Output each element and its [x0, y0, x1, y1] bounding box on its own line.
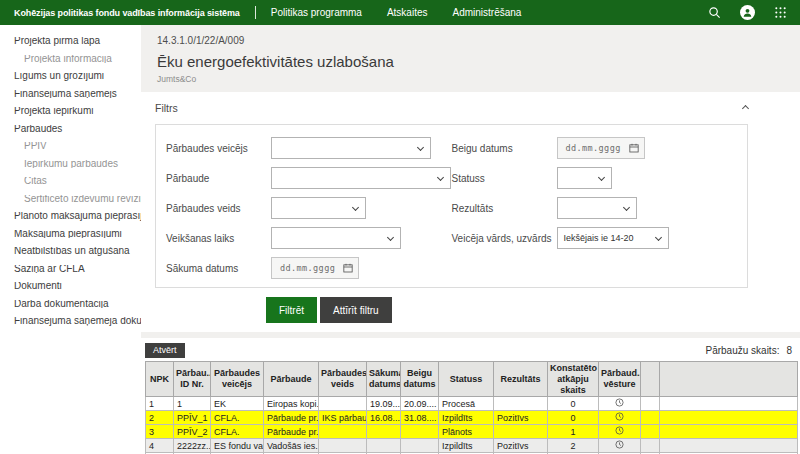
field-label: Sākuma datums [166, 263, 271, 274]
date-placeholder: dd.mm.gggg [566, 143, 629, 153]
select-p-rbaude[interactable] [271, 167, 451, 189]
results-section: Atvērt Pārbaužu skaits:8 NPKPārbau... ID… [141, 338, 800, 454]
table-row[interactable]: 3PPĪV_2CFLA.Pārbaude pr...Plānots1 [146, 425, 798, 439]
top-bar: Kohēzijas politikas fondu vadības inform… [0, 0, 800, 25]
cell-beigu-datums: 31.08.... [401, 411, 439, 425]
app-title: Kohēzijas politikas fondu vadības inform… [0, 8, 240, 18]
records-count: Pārbaužu skaits:8 [706, 345, 793, 356]
sidebar-item-pp-v[interactable]: PPĪV [0, 142, 141, 151]
table-row[interactable]: 2PPĪV_1CFLA.Pārbaude pr...IKS pārbaude16… [146, 411, 798, 425]
cell-s-kuma-datums [367, 425, 401, 439]
select-p-rbaudes-veids[interactable] [271, 197, 366, 219]
cell-p-rbaude: Eiropas kopi... [264, 397, 319, 411]
select-statuss[interactable] [557, 167, 612, 189]
nav-administr-ana[interactable]: Administrēšana [453, 7, 522, 18]
field-label: Pārbaudes veicējs [166, 143, 271, 154]
sidebar-item-projekta-iepirkumi[interactable]: Projekta iepirkumi [0, 107, 141, 116]
date-input-s-kuma-datums[interactable]: dd.mm.gggg [271, 257, 359, 279]
sidebar-item-darba-dokument-cija[interactable]: Darba dokumentācija [0, 300, 141, 309]
filter-apply-button[interactable]: Filtrēt [266, 297, 317, 323]
column-header-rezult-ts: Rezultāts [494, 362, 548, 397]
column-header-p-rbaudes-veic-js: Pārbaudes veicējs [211, 362, 264, 397]
open-button[interactable]: Atvērt [145, 343, 185, 358]
sidebar-item-iepirkumu-p-rbaudes[interactable]: Iepirkumu pārbaudes [0, 160, 141, 169]
sidebar-item-sertific-to-izdevumu-rev-zij[interactable]: Sertificēto izdevumu revīzija [0, 195, 141, 204]
select-value [278, 173, 281, 183]
history-icon[interactable] [615, 440, 624, 449]
calendar-icon [629, 143, 639, 153]
select-rezult-ts[interactable] [557, 197, 637, 219]
select-veic-ja-v-rds-uzv-rds[interactable]: Iekšējais ie 14-20 [557, 227, 669, 249]
select-p-rbaudes-veic-js[interactable] [271, 137, 431, 159]
nav-politikas-programma[interactable]: Politikas programma [271, 7, 362, 18]
date-input-beigu-datums[interactable]: dd.mm.gggg [557, 137, 645, 159]
field-label: Veikšanas laiks [166, 233, 271, 244]
select-value [278, 233, 281, 243]
records-count-label: Pārbaužu skaits: [706, 345, 780, 356]
history-icon[interactable] [615, 412, 624, 421]
cell-p-rbaudes-veids [319, 425, 367, 439]
field-label: Beigu datums [452, 143, 557, 154]
sidebar-item-projekta-pirm-lapa[interactable]: Projekta pirmā lapa [0, 37, 141, 46]
table-body: 11EKEiropas kopi...19.09....20.09....Pro… [146, 397, 798, 454]
project-number: 14.3.1.0/1/22/A/009 [157, 35, 784, 46]
cell-rezult-ts [494, 397, 548, 411]
filter-field-p-rbaudes-veic-js: Pārbaudes veicējs [166, 137, 452, 159]
cell-p-rbaudes-veids [319, 397, 367, 411]
cell-empty [660, 411, 798, 425]
cell-parbaud-vesture [599, 411, 641, 425]
cell-statuss: Plānots [439, 425, 494, 439]
page-title: Ēku energoefektivitātes uzlabošana [157, 53, 784, 70]
filter-field-p-rbaudes-veids: Pārbaudes veids [166, 197, 452, 219]
cell-p-rbaudes-veic-js: ES fondu va... [211, 439, 264, 453]
column-header-p-rbaudes-veids: Pārbaudes veids [319, 362, 367, 397]
column-header-empty [641, 362, 660, 397]
records-count-value: 8 [786, 345, 792, 356]
nav-atskaites[interactable]: Atskaites [387, 7, 428, 18]
cell-npk: 3 [146, 425, 174, 439]
cell-s-kuma-datums: 16.08.... [367, 411, 401, 425]
sidebar-item-dokumenti[interactable]: Dokumenti [0, 282, 141, 291]
history-icon[interactable] [615, 426, 624, 435]
select-value [278, 143, 281, 153]
cell-npk: 1 [146, 397, 174, 411]
sidebar-item-finans-juma-sa-m-ja-dokume[interactable]: Finansējuma saņēmēja dokume... [0, 317, 141, 326]
cell-npk: 2 [146, 411, 174, 425]
filter-clear-button[interactable]: Attīrīt filtru [320, 297, 392, 323]
sidebar-item-citas[interactable]: Citas [0, 177, 141, 186]
sidebar-item-maks-juma-piepras-jumi[interactable]: Maksājuma pieprasījumi [0, 230, 141, 239]
sidebar-item-p-rbaudes[interactable]: Pārbaudes [0, 125, 141, 134]
cell-empty [641, 425, 660, 439]
sidebar-item-sazi-a-ar-cfla[interactable]: Saziņa ar CFLA [0, 265, 141, 274]
sidebar-item-projekta-inform-cija[interactable]: Projekta informācija [0, 55, 141, 64]
column-header-statuss: Statuss [439, 362, 494, 397]
sidebar-item-neatbilst-bas-un-atg-ana[interactable]: Neatbilstības un atgūšana [0, 247, 141, 256]
date-placeholder: dd.mm.gggg [280, 263, 343, 273]
sidebar-item-l-gums-un-groz-jumi[interactable]: Līgums un grozījumi [0, 72, 141, 81]
table-row[interactable]: 11EKEiropas kopi...19.09....20.09....Pro… [146, 397, 798, 411]
cell-p-rbau-id-nr: PPĪV_1 [174, 411, 211, 425]
apps-grid-icon[interactable] [774, 6, 787, 19]
table-row[interactable]: 42222zz...ES fondu va...Vadošās ies...Iz… [146, 439, 798, 453]
column-header-konstat-to-atk-pju-skaits: Konstatēto atkāpju skaits [548, 362, 599, 397]
history-icon[interactable] [615, 398, 624, 407]
filter-field-rezult-ts: Rezultāts [452, 197, 738, 219]
select-veik-anas-laiks[interactable] [271, 227, 401, 249]
collapse-chevron-icon[interactable] [742, 104, 749, 111]
user-avatar[interactable] [740, 5, 755, 20]
cell-statuss: Izpildīts [439, 411, 494, 425]
filter-field-statuss: Statuss [452, 167, 738, 189]
search-icon[interactable] [708, 6, 721, 19]
filter-left-column: Pārbaudes veicējs Pārbaude Pārbaudes vei… [166, 137, 452, 287]
cell-p-rbaude: Pārbaude pr... [264, 411, 319, 425]
filter-field-veik-anas-laiks: Veikšanas laiks [166, 227, 452, 249]
filter-right-column: Beigu datumsdd.mm.ggggStatuss Rezultāts … [452, 137, 738, 287]
sidebar-item-pl-noto-maks-juma-piepras-ju[interactable]: Plānoto maksājuma pieprasījum... [0, 212, 141, 221]
cell-konstat-to-atk-pju-skaits: 0 [548, 411, 599, 425]
select-value: Iekšējais ie 14-20 [564, 233, 634, 243]
cell-p-rbau-id-nr: 2222zz... [174, 439, 211, 453]
sidebar-item-finans-juma-sa-m-js[interactable]: Finansējuma saņēmējs [0, 90, 141, 99]
topbar-separator [255, 6, 256, 19]
cell-statuss: Procesā [439, 397, 494, 411]
cell-empty [641, 439, 660, 453]
